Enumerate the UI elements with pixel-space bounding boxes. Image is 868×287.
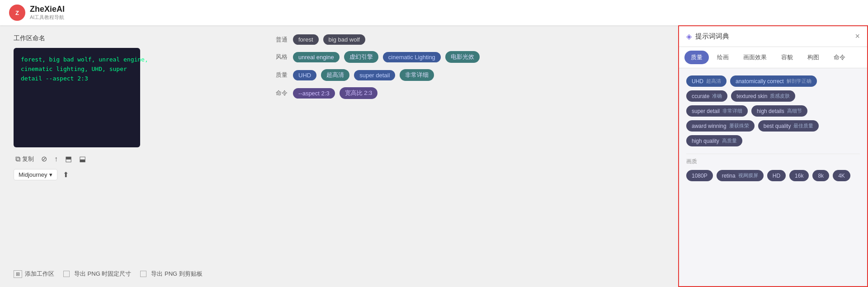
tag-cn-label: 屡获殊荣 xyxy=(729,122,749,129)
panel-tag-item[interactable]: 16k xyxy=(789,170,809,181)
panel-tag-item[interactable]: retina视网膜屏 xyxy=(717,170,764,181)
model-row: Midjourney ▾ ⬆ xyxy=(14,169,140,181)
tab-容貌[interactable]: 容貌 xyxy=(775,51,799,64)
tag-cn-label: 高质量 xyxy=(722,137,737,144)
tag-en-label: high details xyxy=(757,108,784,114)
export-icon: ⬓ xyxy=(79,155,86,163)
panel-tab-nav: 质量绘画画面效果容貌构图命令 xyxy=(679,47,867,68)
tag-en-label: 4K xyxy=(838,173,845,179)
tag-en-label: best quality xyxy=(764,123,791,129)
editor-toolbar: ⧉ 复制 ⊘ ↑ ⬒ ⬓ xyxy=(14,153,140,165)
tag-item[interactable]: big bad wolf xyxy=(323,34,365,45)
clear-icon: ⊘ xyxy=(41,155,47,163)
panel-tags-grid: UHD超高清anatomically correct解剖学正确ccurate准确… xyxy=(686,75,860,146)
panel-tag-item[interactable]: super detail非常详细 xyxy=(686,105,748,117)
tag-en-label: HD xyxy=(773,173,780,179)
tag-item[interactable]: cinematic Lighting xyxy=(383,52,441,62)
copy-icon: ⧉ xyxy=(15,155,20,163)
tag-cn-label: 非常详细 xyxy=(722,108,742,114)
panel-header: ◈ 提示词词典 × xyxy=(679,26,867,47)
panel-title: ◈ 提示词词典 xyxy=(686,32,729,41)
tag-item[interactable]: super detail xyxy=(354,70,395,80)
tag-en-label: award winning xyxy=(692,123,726,129)
tag-item[interactable]: forest xyxy=(293,34,319,45)
export-png-clipboard-button[interactable]: 导出 PNG 到剪贴板 xyxy=(140,270,202,278)
tag-row: 风格unreal engine虚幻引擎cinematic Lighting电影光… xyxy=(276,51,665,63)
tab-命令[interactable]: 命令 xyxy=(827,51,852,64)
right-panel: ◈ 提示词词典 × 质量绘画画面效果容貌构图命令 UHD超高清anatomica… xyxy=(678,25,868,287)
tag-en-label: super detail xyxy=(692,108,720,114)
panel-tag-item[interactable]: high details高细节 xyxy=(751,105,807,117)
copy-button[interactable]: ⧉ 复制 xyxy=(14,153,36,165)
tag-area: 普通forestbig bad wolf风格unreal engine虚幻引擎c… xyxy=(262,25,678,287)
tab-画面效果[interactable]: 画面效果 xyxy=(737,51,773,64)
tag-item[interactable]: UHD xyxy=(293,70,316,80)
tab-构图[interactable]: 构图 xyxy=(801,51,826,64)
tag-row-label: 普通 xyxy=(276,36,288,44)
panel-content: UHD超高清anatomically correct解剖学正确ccurate准确… xyxy=(679,68,867,286)
upload-icon: ↑ xyxy=(54,155,58,163)
export-png-clipboard-label: 导出 PNG 到剪贴板 xyxy=(151,270,202,278)
copy-label: 复制 xyxy=(22,155,34,163)
clear-button[interactable]: ⊘ xyxy=(39,153,49,165)
model-select[interactable]: Midjourney ▾ xyxy=(14,169,57,180)
tag-en-label: ccurate xyxy=(692,93,709,99)
panel-tag-item[interactable]: best quality最佳质量 xyxy=(758,120,819,132)
tag-en-label: textured skin xyxy=(736,93,767,99)
app-name: ZheXieAI xyxy=(30,5,65,14)
chevron-down-icon: ▾ xyxy=(49,171,52,178)
panel-tag-item[interactable]: UHD超高清 xyxy=(686,75,726,87)
tab-质量[interactable]: 质量 xyxy=(684,51,709,64)
tag-item[interactable]: 虚幻引擎 xyxy=(344,51,378,63)
workspace-label: 工作区命名 xyxy=(14,34,249,42)
panel-tag-item[interactable]: ccurate准确 xyxy=(686,90,727,102)
close-panel-button[interactable]: × xyxy=(855,32,860,41)
tab-绘画[interactable]: 绘画 xyxy=(711,51,735,64)
tag-item[interactable]: 超高清 xyxy=(321,69,349,81)
prompt-editor[interactable]: forest, big bad wolf, unreal engine, cin… xyxy=(14,48,140,147)
tag-cn-label: 视网膜屏 xyxy=(738,172,758,179)
tag-item[interactable]: --aspect 2:3 xyxy=(293,88,335,99)
export-png-fixed-button[interactable]: 导出 PNG 时固定尺寸 xyxy=(63,270,131,278)
panel-tag-item[interactable]: anatomically correct解剖学正确 xyxy=(730,75,817,87)
tag-row: 普通forestbig bad wolf xyxy=(276,34,665,45)
main-content: 工作区命名 forest, big bad wolf, unreal engin… xyxy=(0,25,868,287)
tag-row: 命令--aspect 2:3宽高比 2:3 xyxy=(276,87,665,99)
panel-tag-item[interactable]: high quality高质量 xyxy=(686,135,742,146)
logo-icon: Z xyxy=(9,5,25,21)
import-button[interactable]: ⬒ xyxy=(63,153,74,165)
tag-en-label: retina xyxy=(722,173,736,179)
panel-tag-item[interactable]: 8k xyxy=(812,170,829,181)
tag-en-label: 8k xyxy=(818,173,824,179)
tag-en-label: anatomically correct xyxy=(736,78,784,85)
panel-tag-item[interactable]: 1080P xyxy=(686,170,713,181)
export-png-fixed-checkbox[interactable] xyxy=(63,271,70,277)
tag-item[interactable]: unreal engine xyxy=(293,52,340,62)
tag-en-label: high quality xyxy=(692,138,719,144)
upload-button[interactable]: ↑ xyxy=(52,153,60,165)
panel-tag-item[interactable]: award winning屡获殊荣 xyxy=(686,120,755,132)
logo-text: ZheXieAI AI工具教程导航 xyxy=(30,5,65,21)
tag-row-label: 风格 xyxy=(276,53,288,61)
tag-cn-label: 高细节 xyxy=(787,108,802,114)
tag-row-label: 命令 xyxy=(276,89,288,97)
panel-section-title: 画质 xyxy=(686,158,860,165)
app-header: Z ZheXieAI AI工具教程导航 xyxy=(0,0,868,25)
import-icon: ⬒ xyxy=(65,155,72,163)
panel-tag-item[interactable]: 4K xyxy=(833,170,850,181)
app-subtitle: AI工具教程导航 xyxy=(30,14,65,21)
panel-tag-item[interactable]: HD xyxy=(767,170,786,181)
panel-tag-item[interactable]: textured skin质感皮肤 xyxy=(731,90,795,102)
tag-item[interactable]: 宽高比 2:3 xyxy=(340,87,378,99)
section-divider xyxy=(686,154,860,154)
export-button[interactable]: ⬓ xyxy=(77,153,88,165)
tag-item[interactable]: 非常详细 xyxy=(400,69,434,81)
tag-row-label: 质量 xyxy=(276,71,288,79)
tag-en-label: 16k xyxy=(795,173,803,179)
tag-cn-label: 超高清 xyxy=(706,78,721,85)
send-button[interactable]: ⬆ xyxy=(61,169,71,181)
add-workspace-button[interactable]: ⊞ 添加工作区 xyxy=(14,270,54,278)
tag-en-label: UHD xyxy=(692,78,703,85)
export-png-clipboard-checkbox[interactable] xyxy=(140,271,146,277)
tag-item[interactable]: 电影光效 xyxy=(445,51,480,63)
